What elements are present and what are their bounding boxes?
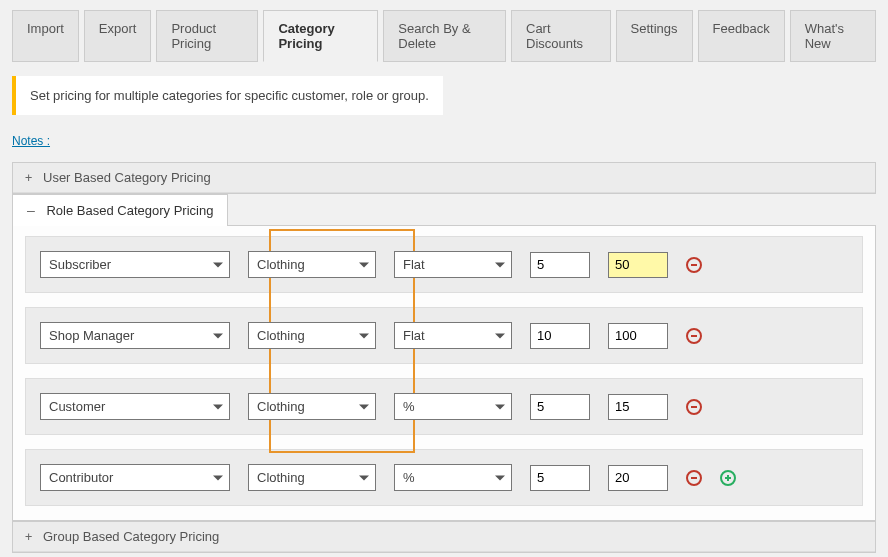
category-value: Clothing xyxy=(257,257,305,272)
chevron-down-icon xyxy=(495,262,505,267)
minus-icon: – xyxy=(27,203,35,218)
tab-export[interactable]: Export xyxy=(84,10,152,62)
category-select[interactable]: Clothing xyxy=(248,393,376,420)
type-select[interactable]: Flat xyxy=(394,251,512,278)
tab-category-pricing[interactable]: Category Pricing xyxy=(263,10,378,62)
role-pricing-body: SubscriberClothingFlatShop ManagerClothi… xyxy=(13,226,875,520)
tab-settings[interactable]: Settings xyxy=(616,10,693,62)
category-select[interactable]: Clothing xyxy=(248,251,376,278)
chevron-down-icon xyxy=(495,404,505,409)
remove-row-icon[interactable] xyxy=(686,257,702,273)
type-value: Flat xyxy=(403,257,425,272)
plus-icon: + xyxy=(25,530,33,544)
role-select[interactable]: Contributor xyxy=(40,464,230,491)
chevron-down-icon xyxy=(359,404,369,409)
tab-cart-discounts[interactable]: Cart Discounts xyxy=(511,10,611,62)
qty-input[interactable] xyxy=(530,323,590,349)
role-select[interactable]: Shop Manager xyxy=(40,322,230,349)
qty-input[interactable] xyxy=(530,252,590,278)
chevron-down-icon xyxy=(213,262,223,267)
role-value: Shop Manager xyxy=(49,328,134,343)
tab-what-s-new[interactable]: What's New xyxy=(790,10,876,62)
role-value: Subscriber xyxy=(49,257,111,272)
remove-row-icon[interactable] xyxy=(686,470,702,486)
pricing-row: Shop ManagerClothingFlat xyxy=(25,307,863,364)
category-value: Clothing xyxy=(257,328,305,343)
tab-import[interactable]: Import xyxy=(12,10,79,62)
tab-bar: ImportExportProduct PricingCategory Pric… xyxy=(12,10,876,62)
accordion-user-based[interactable]: + User Based Category Pricing xyxy=(13,163,875,193)
price-input[interactable] xyxy=(608,394,668,420)
accordion-title: User Based Category Pricing xyxy=(43,170,211,185)
type-value: % xyxy=(403,399,415,414)
accordion-role-based-tab[interactable]: – Role Based Category Pricing xyxy=(12,194,228,226)
tab-feedback[interactable]: Feedback xyxy=(698,10,785,62)
category-select[interactable]: Clothing xyxy=(248,322,376,349)
pricing-row: ContributorClothing% xyxy=(25,449,863,506)
price-input[interactable] xyxy=(608,323,668,349)
chevron-down-icon xyxy=(213,333,223,338)
role-value: Contributor xyxy=(49,470,113,485)
type-select[interactable]: Flat xyxy=(394,322,512,349)
pricing-row: CustomerClothing% xyxy=(25,378,863,435)
chevron-down-icon xyxy=(359,475,369,480)
tab-search-by-delete[interactable]: Search By & Delete xyxy=(383,10,506,62)
tab-product-pricing[interactable]: Product Pricing xyxy=(156,10,258,62)
category-select[interactable]: Clothing xyxy=(248,464,376,491)
price-input[interactable] xyxy=(608,465,668,491)
accordion-title: Group Based Category Pricing xyxy=(43,529,219,544)
accordion-title: Role Based Category Pricing xyxy=(46,203,213,218)
plus-icon: + xyxy=(25,171,33,185)
category-value: Clothing xyxy=(257,399,305,414)
info-banner: Set pricing for multiple categories for … xyxy=(12,76,443,115)
role-value: Customer xyxy=(49,399,105,414)
pricing-row: SubscriberClothingFlat xyxy=(25,236,863,293)
remove-row-icon[interactable] xyxy=(686,328,702,344)
role-select[interactable]: Customer xyxy=(40,393,230,420)
type-select[interactable]: % xyxy=(394,464,512,491)
price-input[interactable] xyxy=(608,252,668,278)
chevron-down-icon xyxy=(359,333,369,338)
remove-row-icon[interactable] xyxy=(686,399,702,415)
category-value: Clothing xyxy=(257,470,305,485)
type-select[interactable]: % xyxy=(394,393,512,420)
role-select[interactable]: Subscriber xyxy=(40,251,230,278)
type-value: Flat xyxy=(403,328,425,343)
qty-input[interactable] xyxy=(530,394,590,420)
type-value: % xyxy=(403,470,415,485)
chevron-down-icon xyxy=(359,262,369,267)
notes-link[interactable]: Notes : xyxy=(12,134,50,148)
accordion-group-based[interactable]: + Group Based Category Pricing xyxy=(13,522,875,552)
chevron-down-icon xyxy=(495,333,505,338)
chevron-down-icon xyxy=(213,475,223,480)
qty-input[interactable] xyxy=(530,465,590,491)
chevron-down-icon xyxy=(495,475,505,480)
add-row-icon[interactable] xyxy=(720,470,736,486)
chevron-down-icon xyxy=(213,404,223,409)
